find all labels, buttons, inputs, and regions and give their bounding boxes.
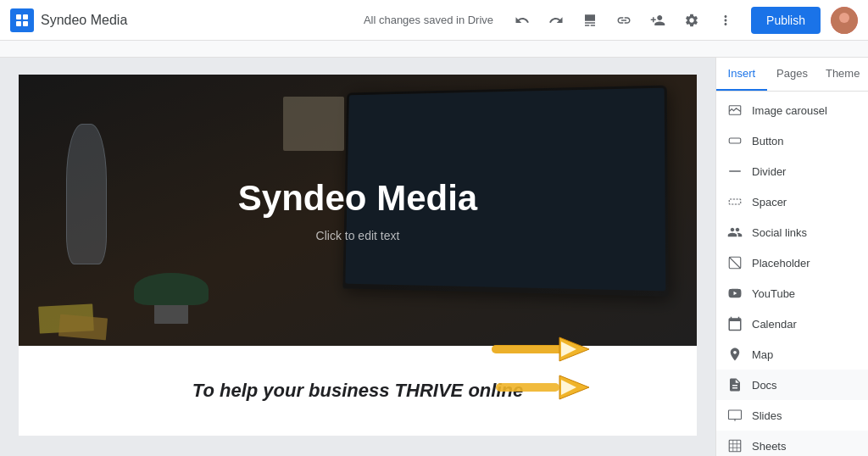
svg-rect-22: [729, 440, 741, 452]
settings-button[interactable]: [676, 5, 707, 36]
map-icon: [726, 346, 743, 363]
svg-point-5: [839, 13, 849, 23]
panel-items-list: Image carousel Button Divider: [716, 92, 868, 456]
hero-title[interactable]: Syndeo Media: [238, 178, 477, 219]
divider-label: Divider: [752, 165, 786, 178]
svg-rect-16: [729, 199, 741, 204]
tab-pages[interactable]: Pages: [767, 58, 818, 91]
undo-button[interactable]: [507, 5, 537, 36]
calendar-label: Calendar: [752, 318, 797, 331]
svg-rect-1: [23, 14, 28, 19]
insert-divider[interactable]: Divider: [716, 156, 868, 186]
logo-icon: [10, 8, 34, 32]
insert-spacer[interactable]: Spacer: [716, 186, 868, 217]
sub-section[interactable]: To help your business THRIVE online: [19, 346, 697, 436]
divider-icon: [726, 163, 743, 180]
preview-button[interactable]: [575, 5, 605, 36]
insert-calendar[interactable]: Calendar: [716, 309, 868, 339]
ruler: [0, 41, 868, 58]
hero-section[interactable]: Syndeo Media Click to edit text: [19, 75, 697, 346]
insert-placeholder[interactable]: Placeholder: [716, 247, 868, 278]
panel-tabs: Insert Pages Theme: [716, 58, 868, 92]
header-toolbar: Publish: [507, 5, 858, 36]
app-logo: Syndeo Media: [10, 8, 127, 32]
publish-button[interactable]: Publish: [751, 7, 821, 34]
app-header: Syndeo Media All changes saved in Drive: [0, 0, 868, 41]
youtube-icon: [726, 285, 743, 302]
docs-label: Docs: [752, 379, 777, 392]
map-label: Map: [752, 348, 773, 361]
svg-rect-3: [23, 21, 28, 26]
more-button[interactable]: [710, 5, 741, 36]
insert-slides[interactable]: Slides: [716, 400, 868, 431]
sheets-icon: [726, 437, 743, 454]
svg-rect-19: [729, 410, 742, 420]
calendar-icon: [726, 315, 743, 332]
spacer-icon: [726, 193, 743, 210]
hero-edit-hint[interactable]: Click to edit text: [316, 229, 400, 242]
link-button[interactable]: [609, 5, 639, 36]
slides-label: Slides: [752, 409, 782, 422]
social-links-icon: [726, 224, 743, 241]
button-label: Button: [752, 135, 784, 147]
svg-rect-2: [16, 21, 21, 26]
tab-theme[interactable]: Theme: [817, 58, 868, 91]
hero-text-container[interactable]: Syndeo Media Click to edit text: [19, 75, 697, 346]
insert-sheets[interactable]: Sheets: [716, 431, 868, 456]
svg-rect-0: [16, 14, 21, 19]
insert-docs[interactable]: Docs: [716, 370, 868, 400]
canvas-area[interactable]: Syndeo Media Click to edit text To help …: [0, 58, 715, 456]
placeholder-icon: [726, 254, 743, 271]
main-layout: Syndeo Media Click to edit text To help …: [0, 58, 868, 456]
svg-line-18: [729, 257, 741, 269]
redo-button[interactable]: [541, 5, 571, 36]
button-icon: [726, 132, 743, 149]
image-carousel-icon: [726, 102, 743, 119]
spacer-label: Spacer: [752, 196, 787, 209]
site-title: Syndeo Media: [41, 13, 127, 28]
avatar[interactable]: [831, 7, 858, 34]
insert-button[interactable]: Button: [716, 125, 868, 156]
insert-social-links[interactable]: Social links: [716, 217, 868, 247]
docs-icon: [726, 376, 743, 393]
svg-rect-14: [729, 138, 741, 143]
tab-insert[interactable]: Insert: [716, 58, 767, 91]
social-links-label: Social links: [752, 226, 807, 239]
sub-title: To help your business THRIVE online: [36, 380, 680, 402]
insert-youtube[interactable]: YouTube: [716, 278, 868, 309]
share-button[interactable]: [643, 5, 673, 36]
sub-text-static: To help your business THRIVE online: [192, 380, 523, 401]
placeholder-label: Placeholder: [752, 257, 810, 270]
image-carousel-label: Image carousel: [752, 104, 827, 117]
right-panel: Insert Pages Theme Image carousel Button: [715, 58, 868, 456]
slides-icon: [726, 407, 743, 424]
youtube-label: YouTube: [752, 287, 795, 300]
sheets-label: Sheets: [752, 440, 786, 453]
page-content: Syndeo Media Click to edit text To help …: [19, 75, 697, 436]
save-status: All changes saved in Drive: [364, 14, 493, 26]
insert-map[interactable]: Map: [716, 339, 868, 370]
insert-image-carousel[interactable]: Image carousel: [716, 95, 868, 125]
